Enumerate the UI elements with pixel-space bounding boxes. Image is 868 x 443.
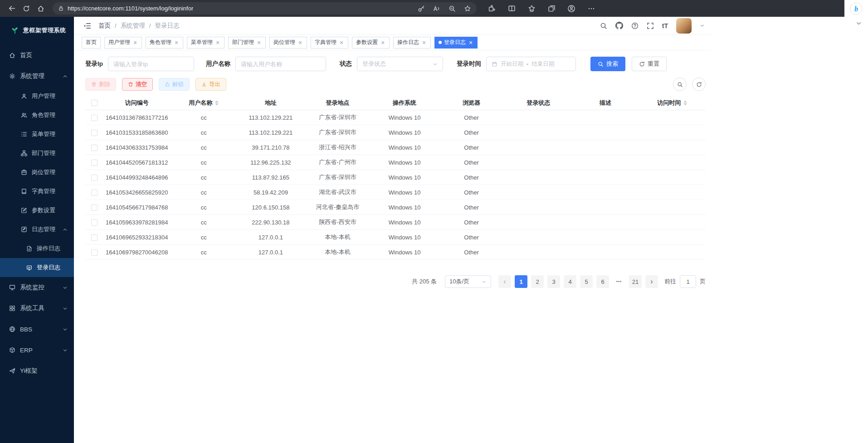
goto-page-input[interactable] xyxy=(680,275,696,288)
more-pages-button[interactable]: ••• xyxy=(613,275,625,288)
extensions-icon[interactable] xyxy=(486,2,497,15)
page-button-1[interactable]: 1 xyxy=(515,275,527,288)
col-user-name[interactable]: 用户名称 xyxy=(171,99,238,107)
table-row[interactable]: 1641031367863177216 cc 113.102.129.221 广… xyxy=(85,110,706,125)
next-page-button[interactable] xyxy=(645,275,658,288)
table-refresh-icon[interactable] xyxy=(692,78,706,91)
avatar-caret-down-icon[interactable] xyxy=(700,23,705,28)
split-screen-icon[interactable] xyxy=(506,2,517,15)
row-checkbox[interactable] xyxy=(91,145,98,151)
table-row[interactable]: 1641059633978281984 cc 222.90.130.18 陕西省… xyxy=(85,215,706,230)
search-button[interactable]: 搜索 xyxy=(590,57,625,71)
tab-home[interactable]: 首页 xyxy=(82,37,101,49)
address-bar[interactable]: https://ccnetcore.com:1101/system/log/lo… xyxy=(53,2,477,15)
close-icon[interactable] xyxy=(132,39,138,46)
clear-button[interactable]: 清空 xyxy=(122,78,153,91)
browser-profile-icon[interactable] xyxy=(566,2,577,15)
table-row[interactable]: 1641054566717984768 cc 120.6.150.158 河北省… xyxy=(85,200,706,215)
sidebar-item-operation-log[interactable]: 操作日志 xyxy=(0,239,74,258)
page-button-3[interactable]: 3 xyxy=(547,275,560,288)
col-visit-time[interactable]: 访问时间 xyxy=(639,99,706,107)
sidebar-item-role-mgmt[interactable]: 角色管理 xyxy=(0,106,74,125)
sidebar-item-login-log[interactable]: 登录日志 xyxy=(0,258,74,277)
sidebar-item-system-mgmt[interactable]: 系统管理 xyxy=(0,66,74,87)
sidebar-item-system-tools[interactable]: 系统工具 xyxy=(0,298,74,319)
sort-caret-icon[interactable] xyxy=(683,101,687,105)
password-key-icon[interactable] xyxy=(418,5,425,12)
prev-page-button[interactable] xyxy=(498,275,511,288)
sort-caret-icon[interactable] xyxy=(215,101,219,105)
reset-button[interactable]: 重置 xyxy=(632,57,667,71)
table-row[interactable]: 1641044520567181312 cc 112.96.225.132 广东… xyxy=(85,155,706,170)
close-icon[interactable] xyxy=(339,39,344,46)
font-size-icon[interactable] xyxy=(662,22,668,29)
help-icon[interactable] xyxy=(631,22,639,29)
sidebar-item-erp[interactable]: ERP xyxy=(0,340,74,360)
table-search-toggle-icon[interactable] xyxy=(673,78,687,91)
page-button-2[interactable]: 2 xyxy=(531,275,544,288)
sidebar-item-param-settings[interactable]: 参数设置 xyxy=(0,201,74,220)
read-aloud-icon[interactable] xyxy=(433,5,440,12)
panel-chevron-down-icon[interactable] xyxy=(856,20,862,26)
select-all-checkbox[interactable] xyxy=(91,100,98,106)
sidebar-item-dept-mgmt[interactable]: 部门管理 xyxy=(0,144,74,163)
user-name-input[interactable] xyxy=(241,61,321,68)
row-checkbox[interactable] xyxy=(91,175,98,181)
unlock-button[interactable]: 解锁 xyxy=(159,78,190,91)
browser-refresh-button[interactable] xyxy=(19,2,34,15)
row-checkbox[interactable] xyxy=(91,190,98,196)
github-icon[interactable] xyxy=(615,22,623,29)
zoom-out-icon[interactable] xyxy=(449,5,456,12)
breadcrumb-section[interactable]: 系统管理 xyxy=(121,22,145,30)
row-checkbox[interactable] xyxy=(91,115,98,121)
sidebar-item-log-mgmt[interactable]: 日志管理 xyxy=(0,220,74,239)
close-icon[interactable] xyxy=(297,39,303,46)
sidebar-item-system-monitor[interactable]: 系统监控 xyxy=(0,277,74,298)
search-icon[interactable] xyxy=(600,22,607,29)
page-button-last[interactable]: 21 xyxy=(629,275,642,288)
page-button-4[interactable]: 4 xyxy=(564,275,576,288)
browser-home-button[interactable] xyxy=(34,2,48,15)
row-checkbox[interactable] xyxy=(91,234,98,241)
tab-dept-mgmt[interactable]: 部门管理 xyxy=(228,37,266,49)
user-avatar[interactable] xyxy=(676,18,692,34)
table-row[interactable]: 1641069798270046208 cc 127.0.0.1 本地-本机 W… xyxy=(85,245,706,260)
tab-operation-log[interactable]: 操作日志 xyxy=(393,37,431,49)
status-select[interactable]: 登录状态 xyxy=(357,57,443,71)
sidebar-item-home[interactable]: 首页 xyxy=(0,45,74,66)
page-button-5[interactable]: 5 xyxy=(580,275,593,288)
table-row[interactable]: 1641044993248464896 cc 113.87.92.165 广东省… xyxy=(85,170,706,185)
table-row[interactable]: 1641031533185863680 cc 113.102.129.221 广… xyxy=(85,125,706,140)
favorites-bar-icon[interactable] xyxy=(526,2,537,15)
row-checkbox[interactable] xyxy=(91,160,98,166)
delete-button[interactable]: 删除 xyxy=(85,78,116,91)
bing-sidebar-button[interactable]: b xyxy=(844,0,868,17)
tab-menu-mgmt[interactable]: 菜单管理 xyxy=(187,37,224,49)
sidebar-item-yi-framework[interactable]: Yi框架 xyxy=(0,360,74,381)
table-row[interactable]: 1641053426655825920 cc 58.19.42.209 湖北省-… xyxy=(85,185,706,200)
tab-login-log[interactable]: 登录日志 xyxy=(434,37,478,49)
collections-icon[interactable] xyxy=(546,2,557,15)
sidebar-collapse-icon[interactable] xyxy=(83,22,91,30)
browser-back-button[interactable] xyxy=(5,2,19,15)
page-button-6[interactable]: 6 xyxy=(596,275,609,288)
sidebar-item-menu-mgmt[interactable]: 菜单管理 xyxy=(0,125,74,144)
favorites-star-icon[interactable] xyxy=(464,5,471,12)
login-time-range-picker[interactable]: 开始日期 - 结束日期 xyxy=(486,57,576,71)
table-row[interactable]: 1641069652933218304 cc 127.0.0.1 本地-本机 W… xyxy=(85,230,706,245)
sidebar-item-user-mgmt[interactable]: 用户管理 xyxy=(0,87,74,106)
login-ip-input[interactable] xyxy=(113,61,189,68)
sidebar-item-bbs[interactable]: BBS xyxy=(0,319,74,340)
close-icon[interactable] xyxy=(421,39,427,46)
page-size-select[interactable]: 10条/页 xyxy=(445,275,491,288)
browser-more-icon[interactable] xyxy=(585,2,597,15)
row-checkbox[interactable] xyxy=(91,204,98,211)
tab-post-mgmt[interactable]: 岗位管理 xyxy=(269,37,307,49)
row-checkbox[interactable] xyxy=(91,130,98,136)
row-checkbox[interactable] xyxy=(91,219,98,226)
close-icon[interactable] xyxy=(380,39,385,46)
fullscreen-icon[interactable] xyxy=(647,22,654,29)
breadcrumb-home[interactable]: 首页 xyxy=(98,22,111,30)
export-button[interactable]: 导出 xyxy=(195,78,226,91)
row-checkbox[interactable] xyxy=(91,249,98,256)
